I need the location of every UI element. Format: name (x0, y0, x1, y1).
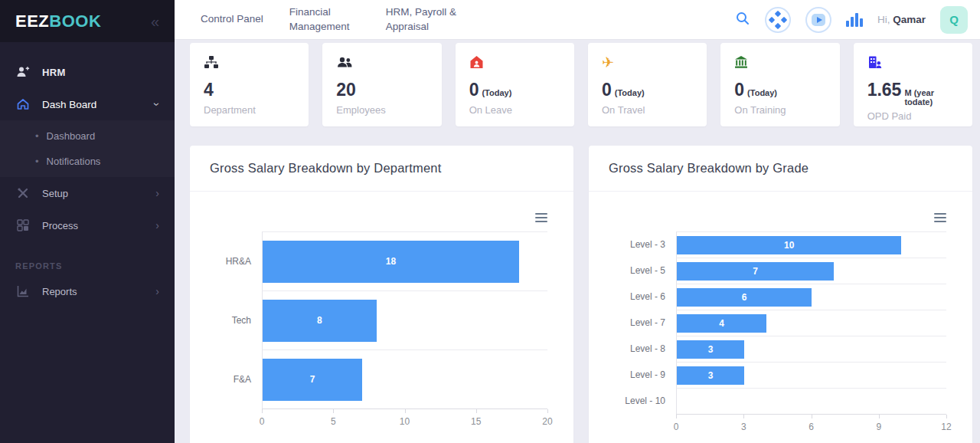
nav-financial-management[interactable]: Financial Management (289, 5, 360, 33)
category-label: Level - 5 (609, 265, 676, 276)
bar-track: 3 (676, 336, 946, 362)
bar: 3 (677, 340, 744, 359)
sidebar-item-label: Process (42, 220, 78, 231)
sidebar-item-reports[interactable]: Reports › (0, 275, 175, 307)
chart-body: HR&A18Tech8F&A705101520 (190, 192, 573, 435)
stat-value: 1.65 (867, 80, 902, 100)
bar-track: 7 (262, 349, 547, 409)
bar-track (676, 388, 946, 414)
sidebar-item-hrm[interactable]: HRM (0, 56, 175, 88)
tick-label: 0 (674, 422, 679, 432)
sidebar-item-dashboard-parent[interactable]: Dash Board › (0, 88, 175, 120)
bar-track: 7 (676, 258, 946, 284)
tick-label: 6 (808, 422, 814, 432)
bar-value-label: 6 (742, 292, 747, 303)
x-axis: 036912 (609, 414, 946, 440)
nav-hrm-payroll[interactable]: HRM, Payroll & Appraisal (386, 5, 466, 33)
sidebar-item-label: Dashboard (47, 130, 96, 142)
top-navbar: Control Panel Financial Management HRM, … (175, 0, 980, 40)
tick-mark (262, 409, 263, 413)
bar-value-label: 7 (310, 374, 315, 385)
building-user-icon (867, 54, 959, 70)
sidebar-item-notifications[interactable]: • Notifications (0, 149, 175, 174)
sitemap-icon (204, 54, 295, 70)
search-icon[interactable] (735, 11, 750, 29)
bar-value-label: 4 (719, 318, 724, 329)
logo[interactable]: EEZBOOK (15, 11, 101, 31)
stat-card-employees: 20 Employees (322, 43, 441, 126)
logo-primary: EEZ (15, 11, 49, 31)
category-label: Level - 7 (609, 317, 676, 328)
chart-row: Level - 74 (609, 310, 946, 336)
bar-chart-icon[interactable] (846, 13, 863, 27)
chevron-down-icon: › (152, 103, 164, 107)
tick-label: 10 (400, 416, 410, 427)
user-greeting: Hi, Qamar (877, 14, 926, 25)
chart-title: Gross Salary Breakdown by Grade (609, 161, 952, 176)
bar-value-label: 8 (317, 315, 322, 326)
username: Qamar (893, 14, 926, 25)
chart-row: Level - 10 (609, 388, 946, 414)
chart-row: Level - 93 (609, 362, 946, 388)
bar-track: 4 (676, 310, 946, 336)
home-icon (15, 97, 31, 112)
chart-menu-icon[interactable] (535, 213, 547, 225)
tools-icon (15, 185, 31, 201)
category-label: HR&A (210, 256, 262, 267)
chevron-right-icon: › (155, 219, 159, 231)
tick-mark (676, 415, 677, 418)
tick-mark (879, 415, 880, 418)
bar: 10 (677, 236, 901, 254)
tick-label: 0 (260, 416, 265, 427)
bar-track: 6 (676, 284, 946, 310)
play-video-icon[interactable] (805, 7, 831, 33)
stat-value: 0 (602, 80, 612, 100)
sidebar-item-process[interactable]: Process › (0, 209, 175, 241)
nav-actions: Hi, Qamar Q (735, 6, 968, 34)
chart-row: F&A7 (210, 349, 547, 409)
category-label: Level - 10 (609, 395, 676, 406)
chart-body: Level - 310Level - 57Level - 66Level - 7… (589, 192, 972, 440)
bar-track: 3 (676, 362, 946, 388)
stat-label: On Travel (602, 104, 693, 116)
main-area: Control Panel Financial Management HRM, … (175, 0, 980, 443)
apps-navigator-icon[interactable] (765, 7, 791, 33)
app-root: EEZBOOK « HRM Dash Board › • Dashboard (0, 0, 980, 443)
stat-label: Employees (336, 104, 427, 116)
tick-label: 9 (876, 422, 881, 432)
category-label: Level - 3 (609, 239, 676, 250)
bar-value-label: 10 (784, 240, 794, 251)
sidebar-item-dashboard[interactable]: • Dashboard (0, 123, 175, 149)
sidebar-item-label: HRM (42, 67, 66, 78)
chevron-right-icon: › (155, 187, 159, 199)
chart-row: HR&A18 (210, 231, 547, 290)
sidebar-item-setup[interactable]: Setup › (0, 177, 175, 209)
chevron-right-icon: › (155, 285, 159, 297)
nav-links: Control Panel Financial Management HRM, … (201, 5, 466, 33)
charts-row: Gross Salary Breakdown by Department HR&… (190, 146, 972, 443)
bar: 4 (677, 314, 766, 333)
chart-header: Gross Salary Breakdown by Department (190, 146, 573, 192)
chart-menu-icon[interactable] (934, 213, 946, 225)
stat-value: 0 (469, 80, 479, 100)
stat-value: 0 (734, 80, 744, 100)
stat-suffix: (Today) (615, 88, 645, 97)
tick-label: 5 (331, 416, 336, 427)
tick-mark (812, 415, 812, 418)
avatar[interactable]: Q (940, 6, 968, 34)
sidebar-menu: HRM Dash Board › • Dashboard • Notificat… (0, 42, 175, 307)
sidebar-collapse-icon[interactable]: « (151, 14, 159, 29)
bar-chart-department: HR&A18Tech8F&A705101520 (210, 231, 547, 435)
bar-value-label: 3 (708, 370, 714, 381)
sidebar: EEZBOOK « HRM Dash Board › • Dashboard (0, 0, 175, 443)
stat-suffix: (Today) (482, 88, 511, 97)
content-area: 4 Department 20 Employees 0(Today) On Le… (175, 40, 980, 443)
tick-mark (405, 409, 406, 413)
sidebar-item-label: Dash Board (42, 99, 96, 110)
stat-label: Department (204, 104, 295, 116)
bullet-icon: • (35, 130, 39, 142)
chart-row: Level - 57 (609, 258, 946, 284)
tick-label: 20 (542, 416, 552, 427)
nav-control-panel[interactable]: Control Panel (201, 12, 263, 26)
category-label: Level - 6 (609, 291, 676, 302)
